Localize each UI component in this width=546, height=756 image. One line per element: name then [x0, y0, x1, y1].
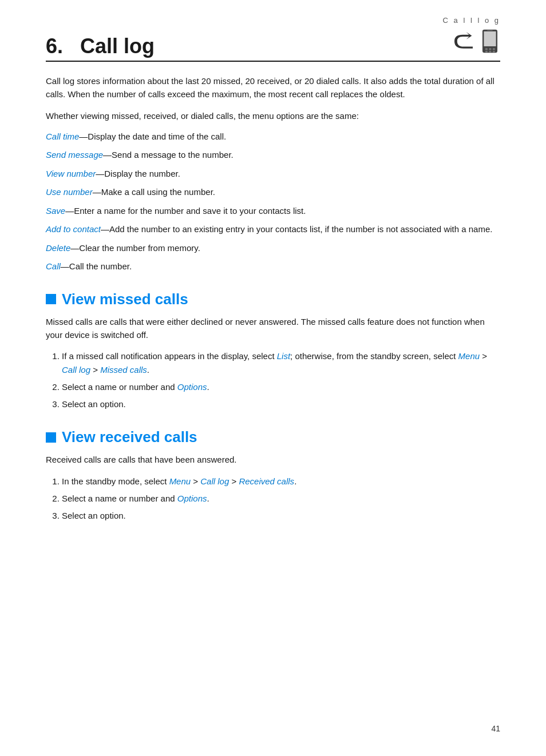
- svg-rect-6: [489, 51, 491, 52]
- arrow-icon: [450, 31, 477, 51]
- phone-icon: [480, 29, 500, 54]
- menu-desc-use-number: —Make a call using the number.: [93, 187, 215, 197]
- menu-options-list: Call time—Display the date and time of t…: [46, 130, 500, 273]
- missed-calls-intro: Missed calls are calls that were either …: [46, 315, 500, 342]
- menu-item-delete: Delete—Clear the number from memory.: [46, 242, 500, 255]
- received-calls-intro: Received calls are calls that have been …: [46, 453, 500, 466]
- menu-term-send-message: Send message: [46, 150, 103, 160]
- received-menu-link: Menu: [169, 476, 191, 486]
- missed-list-link: List: [277, 351, 290, 361]
- chapter-name: Call log: [80, 34, 155, 58]
- missed-calls-step-2: Select a name or number and Options.: [62, 380, 500, 394]
- svg-rect-5: [485, 51, 488, 52]
- menu-desc-view-number: —Display the number.: [96, 169, 180, 178]
- intro-paragraph-2: Whether viewing missed, received, or dia…: [46, 109, 500, 122]
- svg-rect-3: [489, 48, 491, 50]
- missed-missedcalls-link: Missed calls: [100, 365, 147, 375]
- chapter-divider: [46, 61, 500, 62]
- page: C a l l l o g 6. Call log: [0, 0, 546, 756]
- menu-desc-send-message: —Send a message to the number.: [103, 150, 234, 160]
- missed-calls-title: View missed calls: [62, 291, 188, 308]
- menu-desc-delete: —Clear the number from memory.: [70, 243, 200, 253]
- svg-rect-8: [487, 30, 493, 31]
- chapter-header-label: C a l l l o g: [443, 16, 500, 25]
- menu-item-call: Call—Call the number.: [46, 260, 500, 273]
- missed-calllog-link: Call log: [62, 365, 90, 375]
- menu-item-call-time: Call time—Display the date and time of t…: [46, 130, 500, 144]
- menu-item-send-message: Send message—Send a message to the numbe…: [46, 149, 500, 162]
- received-calls-step-1: In the standby mode, select Menu > Call …: [62, 475, 500, 488]
- svg-rect-7: [493, 51, 495, 52]
- menu-desc-save: —Enter a name for the number and save it…: [65, 206, 306, 216]
- received-calls-title: View received calls: [62, 428, 197, 446]
- menu-item-view-number: View number—Display the number.: [46, 168, 500, 181]
- svg-rect-2: [485, 48, 488, 50]
- page-number: 41: [491, 724, 500, 733]
- received-calls-heading: View received calls: [46, 428, 500, 446]
- received-calls-steps: In the standby mode, select Menu > Call …: [62, 475, 500, 523]
- received-calls-step-2: Select a name or number and Options.: [62, 492, 500, 506]
- missed-options-link: Options: [177, 382, 207, 392]
- missed-calls-heading: View missed calls: [46, 291, 500, 308]
- menu-item-add-to-contact: Add to contact—Add the number to an exis…: [46, 223, 500, 236]
- menu-term-add-to-contact: Add to contact: [46, 224, 101, 234]
- chapter-heading-row: 6. Call log: [46, 29, 500, 58]
- menu-term-use-number: Use number: [46, 187, 93, 197]
- missed-calls-step-3: Select an option.: [62, 397, 500, 411]
- received-calls-square-icon: [46, 432, 56, 443]
- received-receivedcalls-link: Received calls: [239, 476, 294, 486]
- received-calllog-link: Call log: [200, 476, 229, 486]
- menu-desc-call: —Call the number.: [61, 261, 132, 271]
- chapter-number: 6.: [46, 34, 63, 58]
- menu-item-save: Save—Enter a name for the number and sav…: [46, 205, 500, 218]
- chapter-icons: [450, 29, 500, 54]
- menu-term-view-number: View number: [46, 169, 96, 178]
- missed-calls-step-1: If a missed call notification appears in…: [62, 349, 500, 377]
- menu-desc-call-time: —Display the date and time of the call.: [79, 132, 226, 141]
- svg-rect-1: [484, 31, 496, 46]
- menu-desc-add-to-contact: —Add the number to an existing entry in …: [101, 224, 493, 234]
- menu-term-save: Save: [46, 206, 65, 216]
- menu-term-call-time: Call time: [46, 132, 79, 141]
- menu-term-delete: Delete: [46, 243, 70, 253]
- received-calls-step-3: Select an option.: [62, 509, 500, 523]
- menu-item-use-number: Use number—Make a call using the number.: [46, 186, 500, 199]
- chapter-title: 6. Call log: [46, 34, 155, 58]
- missed-calls-square-icon: [46, 294, 56, 304]
- intro-paragraph-1: Call log stores information about the la…: [46, 74, 500, 101]
- received-options-link: Options: [177, 494, 207, 503]
- menu-term-call: Call: [46, 261, 61, 271]
- missed-calls-steps: If a missed call notification appears in…: [62, 349, 500, 411]
- svg-rect-4: [493, 48, 495, 50]
- missed-menu-link: Menu: [458, 351, 480, 361]
